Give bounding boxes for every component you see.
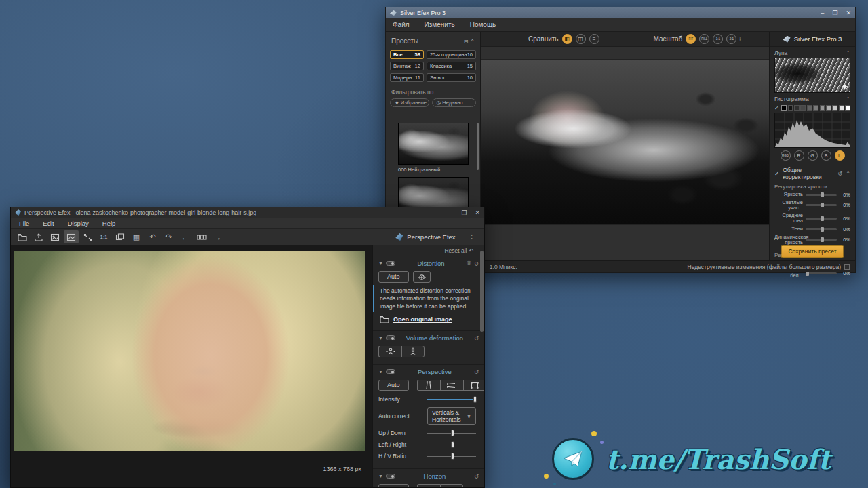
nondestructive-checkbox[interactable] [844,264,850,270]
zone-system-strip[interactable]: ✓ [774,105,850,111]
slider-track[interactable] [806,272,837,274]
section-reset-icon[interactable]: ↺ [474,369,479,375]
horizon-place-icon[interactable] [440,484,463,487]
filmstrip-icon[interactable] [194,230,209,243]
horizon-toggle[interactable] [386,474,395,479]
preset-category-vintage[interactable]: Винтаж12 [390,62,424,70]
zoom-1to1-button[interactable]: 1:1 [96,230,111,243]
horizon-auto-button[interactable]: Auto [378,484,409,487]
preset-category-all[interactable]: Все58 [390,50,424,59]
loupe-preview[interactable] [774,58,850,93]
horizontal-lines-icon[interactable] [440,380,463,391]
perspective-auto-button[interactable]: Auto [378,380,409,391]
section-expand-icon[interactable]: ▼ [378,369,383,374]
presets-view-icon[interactable]: ⊟ [464,39,469,45]
grid-icon[interactable]: ▦ [129,230,144,243]
slider-track[interactable] [806,228,837,230]
section-expand-icon[interactable]: ▼ [378,336,383,340]
section-expand-icon[interactable]: ▼ [378,261,383,266]
reset-all-link[interactable]: Reset all ↶ [373,245,484,256]
zoom-fit-icon[interactable] [80,230,95,243]
panel-scrollbar[interactable] [480,251,484,332]
preview-ghost-icon[interactable]: ⦾ [467,260,471,267]
minimize-button[interactable]: – [450,209,453,216]
manual-distortion-icon[interactable] [413,271,431,283]
menu-file[interactable]: Файл [393,21,410,28]
preset-thumbnail[interactable] [398,123,469,165]
loupe-collapse-icon[interactable]: ⌃ [846,50,850,56]
updown-slider[interactable] [427,430,476,436]
global-adjust-check-icon[interactable]: ✓ [774,170,779,177]
se-titlebar[interactable]: Silver Efex Pro 3 – ❐ ✕ [386,7,855,18]
channel-l-button[interactable]: L [835,150,845,161]
minimize-button[interactable]: – [821,9,824,16]
distortion-toggle[interactable] [386,261,395,266]
filter-recent-pill[interactable]: ◷ Недавно ис... [432,98,476,107]
compare-stack-button[interactable]: ≡ [589,34,599,44]
menu-help[interactable]: Помощь [470,21,496,28]
channel-g-button[interactable]: G [808,150,818,161]
intensity-slider[interactable] [427,396,476,403]
maximize-button[interactable]: ❐ [461,209,467,216]
close-button[interactable]: ✕ [475,209,480,216]
channel-r-button[interactable]: R [794,150,804,161]
preset-category-modern[interactable]: Модерн11 [390,73,424,82]
undo-icon[interactable]: ↶ [145,230,160,243]
section-reset-icon[interactable]: ↺ [474,335,479,342]
section-expand-icon[interactable]: ▼ [378,474,383,479]
vertical-lines-icon[interactable] [417,380,440,391]
section-reset-icon[interactable]: ↺ [474,473,479,480]
volume-vertical-icon[interactable] [401,346,425,357]
portrait-photo[interactable] [14,251,365,451]
channel-b-button[interactable]: B [821,150,831,161]
hvratio-slider[interactable] [427,453,476,460]
horizon-line-icon[interactable] [417,484,440,487]
menu-help[interactable]: Help [102,220,116,227]
volume-horizontal-icon[interactable] [378,346,401,357]
reset-icon[interactable]: ↺ [837,170,842,177]
preset-scrollbar[interactable] [477,123,479,170]
export-icon[interactable] [31,230,46,243]
zoom-menu-icon[interactable]: ⁞ [739,37,741,41]
volume-toggle[interactable] [386,336,395,340]
zoom-2to1-button[interactable]: 2:1 [726,34,736,44]
open-folder-icon[interactable] [15,230,30,243]
compare-sidebyside-button[interactable]: ◫ [576,34,586,44]
open-original-image-link[interactable]: Open original image [380,315,479,323]
menu-edit[interactable]: Edit [43,220,54,227]
preset-category-anniversary[interactable]: 25-я годовщина10 [427,50,476,59]
single-image-view-icon[interactable] [47,230,62,243]
pe-titlebar[interactable]: Perspective Efex - olena-zaskochenko-pho… [11,207,484,218]
zoom-fit-button[interactable]: FIT [686,34,696,44]
next-image-icon[interactable]: → [210,230,225,243]
section-reset-icon[interactable]: ↺ [474,260,479,267]
menu-display[interactable]: Display [68,220,89,227]
prev-image-icon[interactable]: ← [178,230,193,243]
compare-split-button[interactable]: ◧ [562,34,572,44]
save-preset-button[interactable]: Сохранить пресет [781,245,844,258]
slider-track[interactable] [806,194,837,196]
menu-edit[interactable]: Изменить [425,21,455,28]
menu-file[interactable]: File [19,220,29,227]
redo-icon[interactable]: ↷ [161,230,176,243]
zoom-fill-button[interactable]: FILL [699,34,709,44]
preset-category-envogue[interactable]: Эн вог10 [427,73,476,82]
preset-category-classic[interactable]: Классика15 [427,62,476,70]
slider-track[interactable] [806,239,837,241]
compare-view-icon[interactable] [64,230,79,243]
close-button[interactable]: ✕ [846,9,851,16]
histogram-collapse-icon[interactable]: ⌃ [846,96,850,102]
leftright-slider[interactable] [427,441,476,448]
preview-modes-icon[interactable] [113,230,127,243]
maximize-button[interactable]: ❐ [832,9,837,16]
bw-photo-preview[interactable] [481,59,769,225]
collapse-chevron-icon[interactable]: ⌃ [470,39,475,45]
preset-item-neutral[interactable]: 000 Нейтральный [398,123,471,173]
perspective-toggle[interactable] [386,369,395,374]
frame-icon[interactable] [463,380,484,391]
distortion-auto-button[interactable]: Auto [378,271,409,283]
zone-check-icon[interactable]: ✓ [774,105,779,111]
panel-layout-icon[interactable]: ⁘ [469,233,475,241]
loupe-pin-icon[interactable] [842,84,848,90]
global-collapse-icon[interactable]: ⌃ [846,171,850,177]
